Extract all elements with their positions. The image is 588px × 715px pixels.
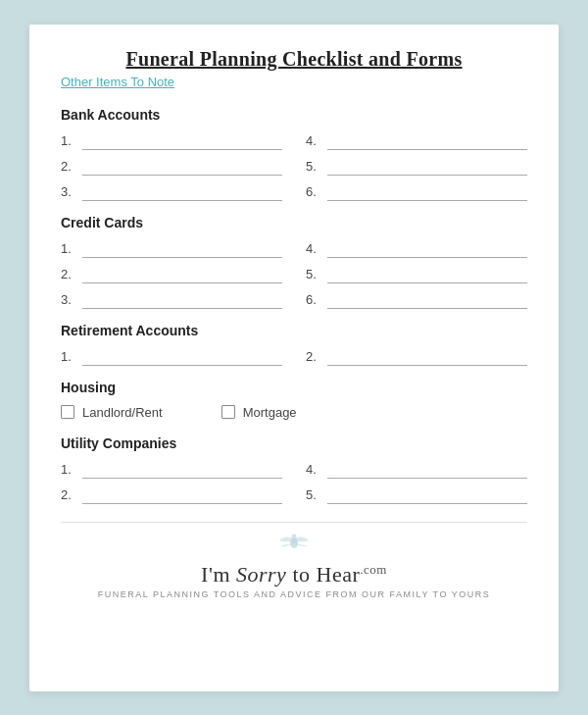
mortgage-checkbox[interactable] [221, 405, 235, 419]
section-label-utility: Utility Companies [61, 435, 527, 451]
credit-cards-grid: 1. 4. 2. 5. 3. 6. [61, 240, 527, 309]
utility-input-2[interactable] [82, 486, 282, 504]
credit-input-5[interactable] [327, 266, 527, 283]
credit-field-3: 3. [61, 291, 282, 309]
page-title: Funeral Planning Checklist and Forms [61, 48, 527, 71]
bank-field-4: 4. [306, 132, 527, 150]
credit-input-2[interactable] [82, 266, 282, 283]
credit-input-6[interactable] [327, 291, 527, 309]
brand-hear: Hear [317, 562, 361, 587]
bank-input-1[interactable] [82, 132, 282, 150]
credit-input-3[interactable] [82, 291, 282, 309]
utility-field-4: 4. [306, 461, 527, 479]
bank-input-4[interactable] [327, 132, 527, 150]
bank-accounts-grid: 1. 4. 2. 5. 3. 6. [61, 132, 527, 201]
bank-field-2: 2. [61, 158, 282, 176]
brand-sorry: Sorry [236, 562, 286, 587]
utility-grid: 1. 4. 2. 5. [61, 461, 527, 504]
subtitle-link[interactable]: Other Items To Note [61, 75, 527, 89]
retirement-input-2[interactable] [327, 348, 527, 366]
brand-com: .com [360, 562, 387, 577]
landlord-label: Landlord/Rent [82, 405, 163, 420]
utility-field-1: 1. [61, 461, 282, 479]
brand-prefix: I'm [201, 562, 236, 587]
section-label-housing: Housing [61, 380, 527, 395]
angel-icon [61, 533, 527, 560]
section-label-bank: Bank Accounts [61, 107, 527, 123]
utility-field-5: 5. [306, 486, 527, 504]
housing-section: Housing Landlord/Rent Mortgage [61, 380, 527, 420]
page-container: Funeral Planning Checklist and Forms Oth… [29, 25, 559, 691]
bank-field-3: 3. [61, 183, 282, 201]
credit-input-1[interactable] [82, 240, 282, 258]
retirement-field-1: 1. [61, 348, 282, 366]
retirement-grid: 1. 2. [61, 348, 527, 366]
bank-input-3[interactable] [82, 183, 282, 201]
credit-field-1: 1. [61, 240, 282, 258]
bank-field-5: 5. [306, 158, 527, 176]
utility-input-5[interactable] [327, 486, 527, 504]
credit-input-4[interactable] [327, 240, 527, 258]
housing-landlord-item[interactable]: Landlord/Rent [61, 405, 163, 420]
housing-checkboxes: Landlord/Rent Mortgage [61, 405, 527, 420]
utility-field-2: 2. [61, 486, 282, 504]
footer-brand: I'm Sorry to Hear.com [61, 562, 527, 587]
credit-field-6: 6. [306, 291, 527, 309]
retirement-field-2: 2. [306, 348, 527, 366]
retirement-input-1[interactable] [82, 348, 282, 366]
housing-mortgage-item[interactable]: Mortgage [221, 405, 297, 420]
utility-input-1[interactable] [82, 461, 282, 479]
bank-input-2[interactable] [82, 158, 282, 176]
section-label-credit: Credit Cards [61, 215, 527, 230]
footer-tagline: Funeral Planning Tools and Advice From O… [61, 589, 527, 599]
credit-field-5: 5. [306, 266, 527, 283]
svg-point-1 [292, 534, 297, 538]
brand-middle: to [286, 562, 316, 587]
utility-input-4[interactable] [327, 461, 527, 479]
bank-input-5[interactable] [327, 158, 527, 176]
landlord-checkbox[interactable] [61, 405, 74, 419]
footer: I'm Sorry to Hear.com Funeral Planning T… [61, 522, 527, 599]
bank-input-6[interactable] [327, 183, 527, 201]
bank-field-1: 1. [61, 132, 282, 150]
credit-field-4: 4. [306, 240, 527, 258]
mortgage-label: Mortgage [243, 405, 297, 420]
credit-field-2: 2. [61, 266, 282, 283]
section-label-retirement: Retirement Accounts [61, 323, 527, 338]
bank-field-6: 6. [306, 183, 527, 201]
